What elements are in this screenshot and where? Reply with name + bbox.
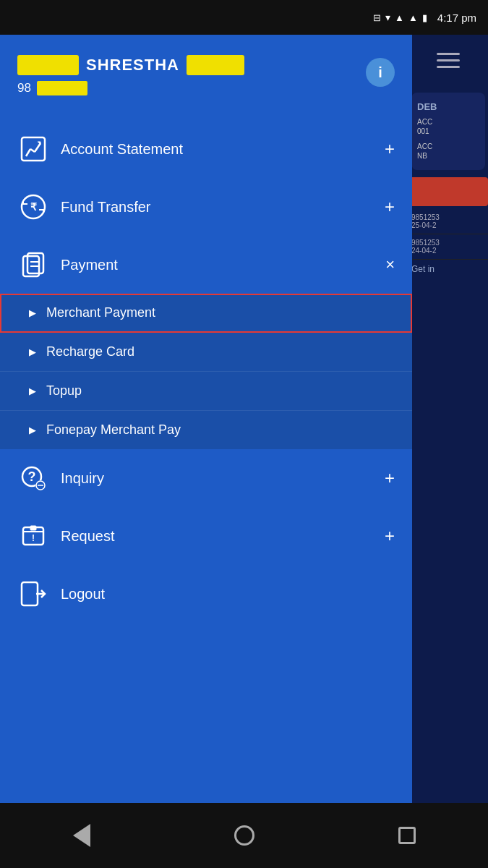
transaction-item-2: 9851253 24-04-2 [408, 234, 488, 260]
txn2-date: 24-04-2 [411, 247, 485, 255]
hamburger-button[interactable] [408, 35, 488, 85]
transfer-icon: ₹ [17, 191, 49, 223]
info-icon: i [378, 64, 382, 81]
logout-label: Logout [61, 586, 395, 603]
phone-prefix: 98 [17, 81, 31, 95]
submenu-item-topup[interactable]: ▶ Topup [0, 372, 412, 411]
back-button[interactable] [64, 817, 100, 854]
inquiry-label: Inquiry [61, 470, 385, 487]
inquiry-icon: ? [17, 462, 49, 494]
back-icon [73, 824, 90, 847]
svg-line-3 [35, 143, 40, 152]
inquiry-expand: + [385, 468, 395, 488]
svg-text:₹: ₹ [30, 201, 37, 213]
menu-item-logout[interactable]: Logout [0, 565, 412, 623]
user-info: SHRESTHA 98 [17, 55, 366, 95]
payment-submenu: ▶ Merchant Payment ▶ Recharge Card ▶ Top… [0, 294, 412, 449]
submenu-item-merchant-payment[interactable]: ▶ Merchant Payment [0, 294, 412, 333]
menu-item-request[interactable]: ! Request + [0, 507, 412, 565]
menu-item-inquiry[interactable]: ? Inquiry + [0, 449, 412, 507]
account-number-1: 001 [417, 127, 479, 135]
home-button[interactable] [226, 817, 262, 854]
status-time: 4:17 pm [437, 12, 476, 24]
hamburger-icon [437, 53, 460, 68]
user-name: SHRESTHA [86, 56, 179, 75]
topup-label: Topup [46, 383, 82, 399]
txn2-phone: 9851253 [411, 239, 485, 247]
user-name-row: SHRESTHA [17, 55, 366, 75]
card-area: DEB ACC 001 ACC NB [411, 93, 485, 170]
cast-icon: ⊟ [373, 12, 381, 23]
svg-text:?: ? [28, 469, 36, 484]
fund-transfer-label: Fund Transfer [61, 199, 385, 216]
recharge-card-label: Recharge Card [46, 344, 134, 359]
menu-item-payment[interactable]: Payment × [0, 236, 412, 294]
right-panel: DEB ACC 001 ACC NB 9851253 25-04-2 98512… [408, 35, 488, 838]
user-phone-row: 98 [17, 81, 366, 95]
name-redact-1 [17, 55, 79, 75]
logout-icon [17, 578, 49, 610]
battery-icon: ▮ [422, 12, 427, 23]
payment-label: Payment [61, 257, 385, 273]
arrow-icon-recharge: ▶ [29, 346, 36, 357]
signal-icon-2: ▲ [408, 12, 418, 23]
wifi-icon: ▾ [385, 12, 390, 23]
fund-transfer-expand: + [385, 197, 395, 217]
account-statement-expand: + [385, 139, 395, 159]
svg-rect-21 [22, 582, 38, 605]
get-in-text: Get in [408, 260, 488, 278]
navigation-drawer: SHRESTHA 98 i Acco [0, 35, 412, 838]
menu-list: Account Statement + ₹ Fund Transfer + [0, 113, 412, 630]
phone-redact [37, 81, 87, 95]
account-prefix-1: ACC [417, 118, 479, 126]
signal-icon-1: ▲ [395, 12, 404, 23]
request-label: Request [61, 528, 385, 545]
recents-icon [398, 827, 416, 844]
fonepay-label: Fonepay Merchant Pay [46, 422, 181, 438]
request-icon: ! [17, 520, 49, 552]
status-bar: ⊟ ▾ ▲ ▲ ▮ 4:17 pm [0, 0, 488, 35]
svg-rect-0 [22, 137, 45, 161]
arrow-icon-fonepay: ▶ [29, 425, 36, 435]
status-icons: ⊟ ▾ ▲ ▲ ▮ 4:17 pm [373, 12, 476, 24]
menu-item-account-statement[interactable]: Account Statement + [0, 120, 412, 178]
account-number-2: NB [417, 152, 479, 160]
submenu-item-fonepay[interactable]: ▶ Fonepay Merchant Pay [0, 411, 412, 449]
payment-collapse: × [385, 255, 395, 274]
info-button[interactable]: i [366, 58, 395, 87]
account-statement-label: Account Statement [61, 141, 385, 158]
payment-icon [17, 249, 49, 281]
txn1-date: 25-04-2 [411, 221, 485, 229]
recents-button[interactable] [389, 817, 425, 854]
menu-item-fund-transfer[interactable]: ₹ Fund Transfer + [0, 178, 412, 236]
user-header: SHRESTHA 98 i [0, 35, 412, 113]
chart-icon [17, 133, 49, 165]
card-label: DEB [417, 101, 479, 112]
arrow-icon-topup: ▶ [29, 386, 36, 396]
svg-line-1 [26, 149, 30, 156]
promo-banner [408, 177, 488, 206]
svg-text:!: ! [32, 533, 35, 543]
name-redact-2 [187, 55, 244, 75]
svg-rect-19 [30, 526, 36, 530]
home-icon [234, 825, 254, 846]
arrow-icon-merchant: ▶ [29, 307, 36, 318]
bottom-navigation [0, 803, 488, 868]
merchant-payment-label: Merchant Payment [46, 305, 155, 320]
account-prefix-2: ACC [417, 142, 479, 150]
submenu-item-recharge-card[interactable]: ▶ Recharge Card [0, 333, 412, 372]
request-expand: + [385, 526, 395, 546]
txn1-phone: 9851253 [411, 213, 485, 221]
transaction-item-1: 9851253 25-04-2 [408, 209, 488, 234]
